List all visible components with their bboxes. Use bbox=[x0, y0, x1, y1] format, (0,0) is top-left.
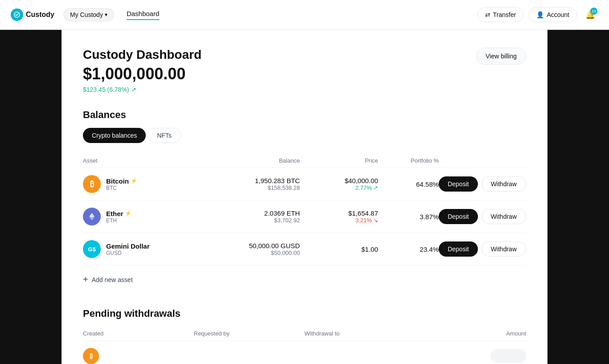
asset-ticker: GUSD bbox=[106, 250, 150, 256]
account-icon: 👤 bbox=[536, 11, 544, 18]
withdraw-button[interactable]: Withdraw bbox=[481, 209, 526, 224]
my-custody-label: My Custody bbox=[70, 11, 103, 18]
asset-portfolio: 3.87% bbox=[378, 213, 439, 221]
asset-ticker: ETH bbox=[106, 217, 132, 224]
nav-logo-text: Custody bbox=[26, 11, 54, 19]
asset-price: $1,654.87 3.21% ↘ bbox=[300, 209, 378, 224]
deposit-button[interactable]: Deposit bbox=[439, 176, 477, 192]
tab-crypto-balances[interactable]: Crypto balances bbox=[83, 128, 146, 143]
pending-table: Created Requested by Withdrawal to Amoun… bbox=[83, 327, 526, 364]
balance-tabs: Crypto balances NFTs bbox=[83, 128, 526, 143]
col-actions bbox=[439, 154, 526, 168]
pending-row: ₿ bbox=[83, 341, 526, 364]
col-amount: Amount bbox=[416, 327, 527, 341]
add-asset-label: Add new asset bbox=[92, 276, 133, 283]
table-row: G$ Gemini Dollar GUSD 50,000.00 GUSD $50… bbox=[83, 233, 526, 266]
balances-section-title: Balances bbox=[83, 109, 526, 121]
asset-balance: 50,000.00 GUSD $50,000.00 bbox=[213, 242, 300, 256]
custody-logo-icon bbox=[11, 8, 23, 21]
col-requested-by: Requested by bbox=[194, 327, 305, 341]
tab-nfts[interactable]: NFTs bbox=[148, 128, 181, 143]
col-asset: Asset bbox=[83, 154, 213, 168]
asset-name: Ether bbox=[106, 210, 123, 217]
asset-balance: 1,950.283 BTC $158,538.28 bbox=[213, 177, 300, 191]
account-label: Account bbox=[547, 11, 569, 18]
asset-actions: Deposit Withdraw bbox=[439, 176, 526, 192]
asset-icon-gusd: G$ bbox=[83, 240, 101, 258]
asset-info: G$ Gemini Dollar GUSD bbox=[83, 240, 213, 258]
asset-portfolio: 23.4% bbox=[378, 245, 439, 253]
deposit-button[interactable]: Deposit bbox=[439, 209, 477, 224]
withdraw-button[interactable]: Withdraw bbox=[481, 176, 526, 192]
transfer-label: Transfer bbox=[493, 11, 516, 18]
notification-button[interactable]: 🔔 10 bbox=[582, 7, 598, 23]
dashboard-header: Custody Dashboard $1,000,000.00 $123.45 … bbox=[83, 48, 526, 93]
dashboard-title: Custody Dashboard bbox=[83, 48, 202, 62]
table-row: Ether ⚡ ETH 2.0369 ETH $3,702.92 $1,654.… bbox=[83, 200, 526, 233]
asset-price: $1.00 bbox=[300, 245, 378, 253]
change-value: $123.45 (6.78%) bbox=[83, 86, 129, 93]
asset-icon-btc: ₿ bbox=[83, 175, 101, 193]
dashboard-change: $123.45 (6.78%) ↗ bbox=[83, 86, 202, 93]
chevron-down-icon: ▾ bbox=[105, 12, 107, 18]
asset-info: ₿ Bitcoin ⚡ BTC bbox=[83, 175, 213, 193]
asset-info: Ether ⚡ ETH bbox=[83, 208, 213, 225]
plus-icon: + bbox=[83, 274, 88, 285]
col-balance: Balance bbox=[213, 154, 300, 168]
col-created: Created bbox=[83, 327, 194, 341]
col-withdrawal-to: Withdrawal to bbox=[304, 327, 416, 341]
arrow-up-icon: ↗ bbox=[373, 184, 378, 191]
tab-dashboard[interactable]: Dashboard bbox=[127, 10, 159, 20]
pending-asset-icon: ₿ bbox=[83, 348, 99, 364]
asset-name: Bitcoin bbox=[106, 177, 129, 185]
view-billing-button[interactable]: View billing bbox=[476, 48, 526, 65]
withdraw-button[interactable]: Withdraw bbox=[481, 241, 526, 257]
transfer-icon: ⇄ bbox=[485, 11, 490, 18]
col-price: Price bbox=[300, 154, 378, 168]
nav-tabs: Dashboard bbox=[127, 10, 159, 20]
asset-actions: Deposit Withdraw bbox=[439, 241, 526, 257]
main-wrapper: Custody Dashboard $1,000,000.00 $123.45 … bbox=[0, 30, 609, 364]
nav-left: Custody My Custody ▾ Dashboard bbox=[11, 8, 477, 21]
nav-right: ⇄ Transfer 👤 Account 🔔 10 bbox=[477, 7, 598, 23]
dashboard-info: Custody Dashboard $1,000,000.00 $123.45 … bbox=[83, 48, 202, 93]
my-custody-dropdown[interactable]: My Custody ▾ bbox=[63, 8, 114, 21]
asset-name: Gemini Dollar bbox=[106, 242, 150, 250]
deposit-button[interactable]: Deposit bbox=[439, 241, 477, 257]
asset-actions: Deposit Withdraw bbox=[439, 209, 526, 224]
asset-portfolio: 64.58% bbox=[378, 180, 439, 188]
asset-ticker: BTC bbox=[106, 185, 137, 191]
asset-balance: 2.0369 ETH $3,702.92 bbox=[213, 209, 300, 224]
asset-icon-eth bbox=[83, 208, 101, 225]
add-asset-row[interactable]: + Add new asset bbox=[83, 266, 526, 294]
arrow-down-icon: ↘ bbox=[373, 217, 378, 224]
asset-table: Asset Balance Price Portfolio % ₿ Bitcoi… bbox=[83, 154, 526, 266]
notification-badge: 10 bbox=[590, 8, 597, 15]
nav-logo[interactable]: Custody bbox=[11, 8, 54, 21]
pending-withdrawals-section: Pending withdrawals Created Requested by… bbox=[83, 308, 526, 364]
svg-marker-1 bbox=[89, 213, 95, 218]
account-button[interactable]: 👤 Account bbox=[529, 7, 577, 22]
arrow-up-icon: ↗ bbox=[131, 86, 136, 93]
pending-withdrawals-title: Pending withdrawals bbox=[83, 308, 526, 319]
transfer-button[interactable]: ⇄ Transfer bbox=[477, 7, 524, 22]
navbar: Custody My Custody ▾ Dashboard ⇄ Transfe… bbox=[0, 0, 609, 30]
table-row: ₿ Bitcoin ⚡ BTC 1,950.283 BTC $158,538.2… bbox=[83, 168, 526, 200]
asset-price: $40,000.00 2.77% ↗ bbox=[300, 177, 378, 191]
content-card: Custody Dashboard $1,000,000.00 $123.45 … bbox=[62, 30, 547, 364]
dashboard-balance: $1,000,000.00 bbox=[83, 65, 202, 83]
col-portfolio: Portfolio % bbox=[378, 154, 439, 168]
